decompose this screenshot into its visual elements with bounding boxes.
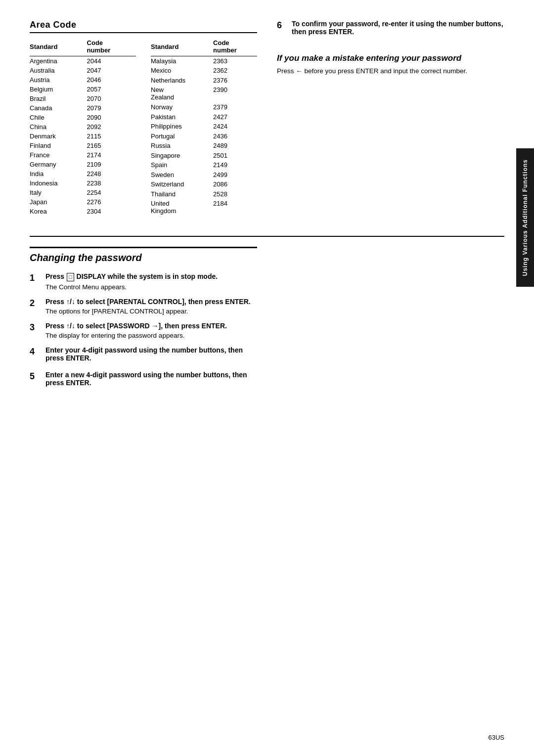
table-row: Japan2276 bbox=[30, 197, 136, 207]
country-name: India bbox=[30, 169, 87, 178]
step-body: Press ↑/↓ to select [PASSWORD →], then p… bbox=[45, 322, 257, 339]
country-code: 2079 bbox=[87, 103, 136, 113]
step-item: 5Enter a new 4-digit password using the … bbox=[30, 371, 257, 389]
top-section: Area Code Standard Codenumber Argentina2… bbox=[30, 20, 504, 216]
table-row: Indonesia2238 bbox=[30, 178, 136, 188]
country-name: Canada bbox=[30, 103, 87, 113]
country-name: UnitedKingdom bbox=[151, 199, 213, 216]
step-desc: The Control Menu appears. bbox=[45, 283, 257, 291]
country-code: 2436 bbox=[213, 132, 257, 141]
table-row: Malaysia2363 bbox=[151, 56, 257, 66]
table-row: France2174 bbox=[30, 150, 136, 160]
step-number: 5 bbox=[30, 371, 41, 382]
country-code: 2070 bbox=[87, 94, 136, 103]
country-name: Russia bbox=[151, 141, 213, 150]
page-number: 63US bbox=[488, 734, 504, 741]
country-name: NewZealand bbox=[151, 85, 213, 102]
country-code: 2362 bbox=[213, 66, 257, 75]
country-name: Argentina bbox=[30, 56, 87, 66]
country-name: Korea bbox=[30, 207, 87, 216]
table-container: Standard Codenumber Argentina2044Austral… bbox=[30, 38, 257, 216]
country-code: 2489 bbox=[213, 141, 257, 150]
country-name: Japan bbox=[30, 197, 87, 207]
country-name: Australia bbox=[30, 66, 87, 75]
country-name: Chile bbox=[30, 113, 87, 122]
step-header: Press ↑/↓ to select [PASSWORD →], then p… bbox=[45, 322, 257, 330]
country-code: 2090 bbox=[87, 113, 136, 122]
section-divider bbox=[30, 236, 504, 237]
col1-header-code: Codenumber bbox=[87, 38, 136, 56]
country-code: 2044 bbox=[87, 56, 136, 66]
table-row: Sweden2499 bbox=[151, 170, 257, 179]
country-code: 2092 bbox=[87, 122, 136, 132]
step6-content: 6 To confirm your password, re-enter it … bbox=[277, 20, 504, 36]
area-code-title: Area Code bbox=[30, 20, 257, 33]
country-code: 2248 bbox=[87, 169, 136, 178]
changing-password-section: Changing the password 1Press □ DISPLAY w… bbox=[30, 247, 257, 396]
country-name: Germany bbox=[30, 160, 87, 169]
table-row: Belgium2057 bbox=[30, 85, 136, 94]
table-row: Australia2047 bbox=[30, 66, 136, 75]
country-name: France bbox=[30, 150, 87, 160]
country-name: Indonesia bbox=[30, 178, 87, 188]
step-body: Press □ DISPLAY while the system is in s… bbox=[45, 272, 257, 291]
step6-number: 6 bbox=[277, 20, 288, 31]
table-row: Switzerland2086 bbox=[151, 179, 257, 189]
step-body: Press ↑/↓ to select [PARENTAL CONTROL], … bbox=[45, 298, 257, 315]
table-row: Argentina2044 bbox=[30, 56, 136, 66]
side-tab-text: Using Various Additional Functions bbox=[522, 159, 529, 276]
country-name: China bbox=[30, 122, 87, 132]
country-code: 2238 bbox=[87, 178, 136, 188]
step-item: 3Press ↑/↓ to select [PASSWORD →], then … bbox=[30, 322, 257, 339]
table-row: Canada2079 bbox=[30, 103, 136, 113]
col1-header-standard: Standard bbox=[30, 38, 87, 56]
step-item: 4Enter your 4-digit password using the n… bbox=[30, 346, 257, 364]
col2-header-code: Codenumber bbox=[213, 38, 257, 56]
step-desc: The options for [PARENTAL CONTROL] appea… bbox=[45, 308, 257, 315]
country-code: 2046 bbox=[87, 75, 136, 85]
country-code: 2254 bbox=[87, 188, 136, 197]
country-name: Brazil bbox=[30, 94, 87, 103]
steps-list: 1Press □ DISPLAY while the system is in … bbox=[30, 272, 257, 389]
step-header: Enter a new 4-digit password using the n… bbox=[45, 371, 257, 387]
country-code: 2174 bbox=[87, 150, 136, 160]
page-container: Using Various Additional Functions Area … bbox=[0, 0, 534, 756]
step-header: Enter your 4-digit password using the nu… bbox=[45, 346, 257, 362]
country-name: Portugal bbox=[151, 132, 213, 141]
country-code: 2427 bbox=[213, 112, 257, 122]
country-name: Norway bbox=[151, 102, 213, 112]
table-row: Norway2379 bbox=[151, 102, 257, 112]
country-name: Mexico bbox=[151, 66, 213, 75]
table-row: China2092 bbox=[30, 122, 136, 132]
step-header: Press ↑/↓ to select [PARENTAL CONTROL], … bbox=[45, 298, 257, 306]
country-code: 2047 bbox=[87, 66, 136, 75]
country-name: Netherlands bbox=[151, 76, 213, 85]
table-row: Austria2046 bbox=[30, 75, 136, 85]
country-name: Austria bbox=[30, 75, 87, 85]
country-name: Pakistan bbox=[151, 112, 213, 122]
changing-password-title: Changing the password bbox=[30, 247, 257, 264]
col2-header-standard: Standard bbox=[151, 38, 213, 56]
table-row: Germany2109 bbox=[30, 160, 136, 169]
table-row: Mexico2362 bbox=[151, 66, 257, 75]
table-row: Netherlands2376 bbox=[151, 76, 257, 85]
table-row: Philippines2424 bbox=[151, 122, 257, 131]
step-desc: The display for entering the password ap… bbox=[45, 332, 257, 339]
country-code: 2390 bbox=[213, 85, 257, 102]
table-row: India2248 bbox=[30, 169, 136, 178]
side-tab: Using Various Additional Functions bbox=[516, 148, 534, 287]
step-header: Press □ DISPLAY while the system is in s… bbox=[45, 272, 257, 281]
country-code: 2376 bbox=[213, 76, 257, 85]
step-item: 1Press □ DISPLAY while the system is in … bbox=[30, 272, 257, 291]
country-name: Thailand bbox=[151, 189, 213, 199]
display-icon: □ bbox=[67, 273, 74, 281]
bottom-right-empty bbox=[277, 247, 504, 396]
table-row: Singapore2501 bbox=[151, 151, 257, 160]
country-code: 2184 bbox=[213, 199, 257, 216]
country-name: Spain bbox=[151, 160, 213, 170]
country-table-1: Standard Codenumber Argentina2044Austral… bbox=[30, 38, 136, 216]
table-row: UnitedKingdom2184 bbox=[151, 199, 257, 216]
country-code: 2149 bbox=[213, 160, 257, 170]
bottom-section: Changing the password 1Press □ DISPLAY w… bbox=[30, 247, 504, 396]
country-code: 2379 bbox=[213, 102, 257, 112]
